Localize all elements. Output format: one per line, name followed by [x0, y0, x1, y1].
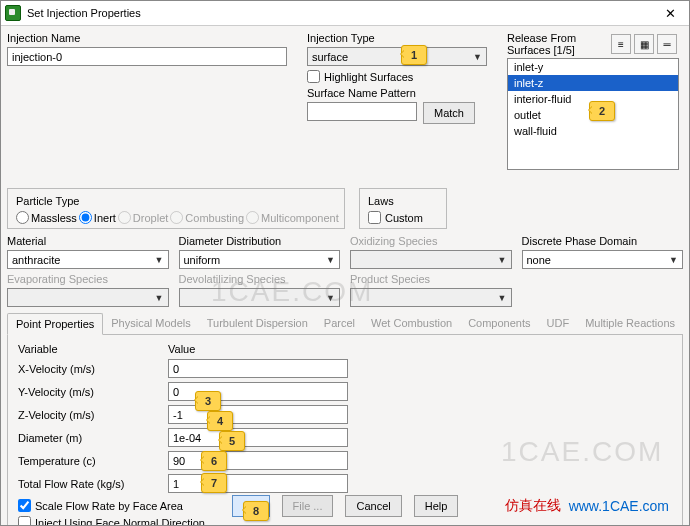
- laws-group: Laws Custom: [359, 188, 447, 229]
- tab-parcel[interactable]: Parcel: [316, 313, 363, 334]
- particle-type-radios: Massless Inert Droplet Combusting Multic…: [16, 211, 336, 224]
- injection-name-label: Injection Name: [7, 32, 287, 44]
- devol-dropdown: ▼: [179, 288, 341, 307]
- select-all-icon[interactable]: ▦: [634, 34, 654, 54]
- diameter-dist-label: Diameter Distribution: [179, 235, 341, 247]
- callout-8: 8: [243, 501, 269, 521]
- tab-point-properties[interactable]: Point Properties: [7, 313, 103, 335]
- diameter-label: Diameter (m): [18, 432, 168, 444]
- chevron-down-icon: ▼: [498, 255, 507, 265]
- tab-turbulent-dispersion[interactable]: Turbulent Dispersion: [199, 313, 316, 334]
- highlight-surfaces-input[interactable]: [307, 70, 320, 83]
- devol-label: Devolatilizing Species: [179, 273, 341, 285]
- app-icon: [5, 5, 21, 21]
- callout-4: 4: [207, 411, 233, 431]
- diameter-dist-dropdown[interactable]: uniform▼: [179, 250, 341, 269]
- tab-udf[interactable]: UDF: [539, 313, 578, 334]
- evap-dropdown: ▼: [7, 288, 169, 307]
- radio-inert[interactable]: Inert: [79, 211, 116, 224]
- deselect-icon[interactable]: ═: [657, 34, 677, 54]
- material-label: Material: [7, 235, 169, 247]
- prod-label: Product Species: [350, 273, 512, 285]
- cancel-button[interactable]: Cancel: [345, 495, 401, 517]
- tab-bar: Point Properties Physical Models Turbule…: [7, 313, 683, 335]
- dialog-window: { "title": "Set Injection Properties", "…: [0, 0, 690, 526]
- callout-7: 7: [201, 473, 227, 493]
- inject-normal-checkbox[interactable]: Inject Using Face Normal Direction: [18, 516, 672, 526]
- chevron-down-icon: ▼: [669, 255, 678, 265]
- laws-custom-checkbox[interactable]: Custom: [368, 211, 438, 224]
- dpd-dropdown[interactable]: none▼: [522, 250, 684, 269]
- y-vel-label: Y-Velocity (m/s): [18, 386, 168, 398]
- tab-wet-combustion[interactable]: Wet Combustion: [363, 313, 460, 334]
- injection-type-label: Injection Type: [307, 32, 487, 44]
- list-item[interactable]: inlet-z: [508, 75, 678, 91]
- temperature-input[interactable]: [168, 451, 348, 470]
- callout-2: 2: [589, 101, 615, 121]
- x-vel-label: X-Velocity (m/s): [18, 363, 168, 375]
- chevron-down-icon: ▼: [155, 255, 164, 265]
- brand-cn: 仿真在线: [505, 497, 561, 515]
- radio-multicomponent[interactable]: Multicomponent: [246, 211, 339, 224]
- radio-massless[interactable]: Massless: [16, 211, 77, 224]
- callout-1: 1: [401, 45, 427, 65]
- laws-legend: Laws: [366, 195, 396, 207]
- particle-type-group: Particle Type Massless Inert Droplet Com…: [7, 188, 345, 229]
- total-flow-label: Total Flow Rate (kg/s): [18, 478, 168, 490]
- brand: 仿真在线 www.1CAE.com: [505, 497, 669, 515]
- prod-dropdown: ▼: [350, 288, 512, 307]
- chevron-down-icon: ▼: [498, 293, 507, 303]
- close-button[interactable]: ✕: [655, 6, 685, 21]
- chevron-down-icon: ▼: [326, 255, 335, 265]
- filter-icon[interactable]: ≡: [611, 34, 631, 54]
- total-flow-input[interactable]: [168, 474, 348, 493]
- highlight-surfaces-checkbox[interactable]: Highlight Surfaces: [307, 70, 487, 83]
- oxidizing-dropdown: ▼: [350, 250, 512, 269]
- titlebar: Set Injection Properties ✕: [1, 1, 689, 26]
- chevron-down-icon: ▼: [473, 52, 482, 62]
- dpd-label: Discrete Phase Domain: [522, 235, 684, 247]
- callout-6: 6: [201, 451, 227, 471]
- chevron-down-icon: ▼: [326, 293, 335, 303]
- tab-physical-models[interactable]: Physical Models: [103, 313, 198, 334]
- surface-name-pattern-input[interactable]: [307, 102, 417, 121]
- z-vel-label: Z-Velocity (m/s): [18, 409, 168, 421]
- file-button: File ...: [282, 495, 334, 517]
- diameter-input[interactable]: [168, 428, 348, 447]
- list-item[interactable]: wall-fluid: [508, 123, 678, 139]
- dialog-title: Set Injection Properties: [27, 7, 141, 19]
- col-value: Value: [168, 343, 195, 355]
- surface-name-pattern-label: Surface Name Pattern: [307, 87, 487, 99]
- tab-components[interactable]: Components: [460, 313, 538, 334]
- radio-droplet[interactable]: Droplet: [118, 211, 168, 224]
- brand-en: www.1CAE.com: [569, 498, 669, 514]
- particle-type-legend: Particle Type: [14, 195, 81, 207]
- injection-name-input[interactable]: [7, 47, 287, 66]
- callout-5: 5: [219, 431, 245, 451]
- list-item[interactable]: inlet-y: [508, 59, 678, 75]
- release-from-label: Release From Surfaces [1/5]: [507, 32, 611, 56]
- material-dropdown[interactable]: anthracite▼: [7, 250, 169, 269]
- help-button[interactable]: Help: [414, 495, 459, 517]
- temperature-label: Temperature (c): [18, 455, 168, 467]
- callout-3: 3: [195, 391, 221, 411]
- radio-combusting[interactable]: Combusting: [170, 211, 244, 224]
- evap-label: Evaporating Species: [7, 273, 169, 285]
- col-variable: Variable: [18, 343, 168, 355]
- match-button[interactable]: Match: [423, 102, 475, 124]
- highlight-surfaces-label: Highlight Surfaces: [324, 71, 413, 83]
- oxidizing-label: Oxidizing Species: [350, 235, 512, 247]
- injection-type-value: surface: [312, 51, 348, 63]
- x-vel-input[interactable]: [168, 359, 348, 378]
- tab-multiple-reactions[interactable]: Multiple Reactions: [577, 313, 683, 334]
- chevron-down-icon: ▼: [155, 293, 164, 303]
